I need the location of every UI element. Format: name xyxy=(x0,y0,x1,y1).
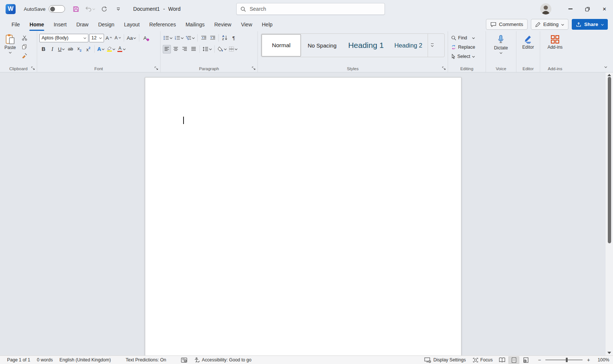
web-layout-button[interactable] xyxy=(520,356,531,364)
styles-dialog-launcher[interactable] xyxy=(441,66,447,71)
zoom-percentage[interactable]: 100% xyxy=(594,357,609,363)
text-highlight-button[interactable] xyxy=(106,45,116,53)
document-page[interactable] xyxy=(145,77,461,355)
close-button[interactable]: ✕ xyxy=(596,0,613,18)
editing-mode-button[interactable]: Editing xyxy=(531,19,568,30)
clear-formatting-button[interactable]: A xyxy=(141,34,149,42)
tab-help[interactable]: Help xyxy=(257,19,278,30)
font-color-button[interactable]: A xyxy=(117,45,126,53)
word-count[interactable]: 0 words xyxy=(33,356,56,364)
borders-button[interactable] xyxy=(228,45,238,53)
paste-button[interactable]: Paste xyxy=(2,33,18,59)
zoom-slider[interactable] xyxy=(545,360,583,360)
minimize-button[interactable] xyxy=(562,0,579,18)
restore-button[interactable] xyxy=(579,0,596,18)
tab-review[interactable]: Review xyxy=(210,19,236,30)
find-dropdown-chevron[interactable] xyxy=(472,36,475,39)
superscript-button[interactable]: x2 xyxy=(84,45,93,53)
numbering-button[interactable] xyxy=(174,34,184,42)
text-predictions-indicator[interactable]: Text Predictions: On xyxy=(122,356,169,364)
zoom-in-button[interactable]: + xyxy=(586,357,591,363)
collapse-ribbon-button[interactable] xyxy=(604,63,607,70)
zoom-slider-thumb[interactable] xyxy=(566,358,568,362)
italic-button[interactable]: I xyxy=(48,45,56,53)
align-center-button[interactable] xyxy=(172,45,180,53)
multilevel-list-button[interactable] xyxy=(185,34,195,42)
bold-button[interactable]: B xyxy=(39,45,48,53)
style-no-spacing[interactable]: No Spacing xyxy=(301,34,343,57)
dictate-button[interactable]: Dictate xyxy=(492,34,510,55)
redo-button[interactable] xyxy=(99,4,110,14)
align-left-button[interactable] xyxy=(163,45,171,53)
decrease-indent-button[interactable] xyxy=(200,34,208,42)
justify-button[interactable] xyxy=(189,45,198,53)
font-size-combo[interactable]: 12 xyxy=(89,34,104,42)
grow-font-button[interactable]: A xyxy=(105,34,113,42)
find-button[interactable]: Find xyxy=(448,34,486,42)
paragraph-dialog-launcher[interactable] xyxy=(251,66,256,71)
align-right-button[interactable] xyxy=(181,45,189,53)
accessibility-status[interactable]: Accessibility: Good to go xyxy=(191,356,254,364)
text-effects-chevron[interactable] xyxy=(101,48,104,51)
subscript-button[interactable]: x2 xyxy=(75,45,84,53)
paste-dropdown-chevron[interactable] xyxy=(9,51,12,54)
font-name-combo[interactable]: Aptos (Body) xyxy=(39,34,88,42)
read-mode-button[interactable] xyxy=(496,356,507,364)
search-input[interactable] xyxy=(250,6,372,12)
increase-indent-button[interactable] xyxy=(208,34,217,42)
zoom-out-button[interactable]: − xyxy=(537,357,542,363)
tab-draw[interactable]: Draw xyxy=(71,19,93,30)
tab-mailings[interactable]: Mailings xyxy=(181,19,209,30)
print-layout-button[interactable] xyxy=(508,356,519,364)
tab-home[interactable]: Home xyxy=(25,19,49,30)
highlight-dropdown-chevron[interactable] xyxy=(112,48,115,51)
clipboard-dialog-launcher[interactable] xyxy=(30,66,36,71)
replace-button[interactable]: Replace xyxy=(448,43,486,51)
scrollbar-thumb[interactable] xyxy=(608,77,611,243)
copy-button[interactable] xyxy=(20,43,29,51)
shrink-font-button[interactable]: A xyxy=(114,34,122,42)
language-indicator[interactable]: English (United Kingdom) xyxy=(56,356,114,364)
select-button[interactable]: Select xyxy=(448,52,486,61)
focus-mode-button[interactable]: Focus xyxy=(469,356,496,364)
styles-gallery-more-button[interactable] xyxy=(428,34,436,57)
tab-view[interactable]: View xyxy=(236,19,257,30)
line-spacing-button[interactable] xyxy=(202,45,213,53)
style-normal[interactable]: Normal xyxy=(262,34,301,56)
shading-button[interactable] xyxy=(217,45,227,53)
scroll-down-button[interactable] xyxy=(606,350,613,355)
tab-file[interactable]: File xyxy=(7,19,25,30)
bullets-button[interactable] xyxy=(163,34,173,42)
save-button[interactable] xyxy=(71,4,81,14)
undo-dropdown-chevron[interactable] xyxy=(92,7,95,10)
change-case-button[interactable]: Aa xyxy=(126,34,137,42)
cut-button[interactable] xyxy=(20,34,29,42)
share-button[interactable]: Share xyxy=(572,19,608,30)
tab-layout[interactable]: Layout xyxy=(119,19,145,30)
autosave-toggle[interactable] xyxy=(49,5,65,13)
font-color-chevron[interactable] xyxy=(123,48,126,51)
sort-button[interactable]: A Z xyxy=(221,34,229,42)
page-indicator[interactable]: Page 1 of 1 xyxy=(4,356,33,364)
font-dialog-launcher[interactable] xyxy=(154,66,159,71)
tab-references[interactable]: References xyxy=(145,19,181,30)
style-heading-2[interactable]: Heading 2 xyxy=(389,34,428,57)
text-effects-button[interactable]: A xyxy=(97,45,105,53)
show-formatting-button[interactable]: ¶ xyxy=(230,34,238,42)
dictate-dropdown-chevron[interactable] xyxy=(499,51,502,54)
addins-button[interactable]: Add-ins xyxy=(545,34,565,51)
vertical-scrollbar[interactable] xyxy=(606,72,613,355)
select-dropdown-chevron[interactable] xyxy=(472,55,475,58)
tab-insert[interactable]: Insert xyxy=(49,19,71,30)
search-box[interactable] xyxy=(236,3,385,15)
undo-button[interactable] xyxy=(85,4,95,14)
underline-dropdown-chevron[interactable] xyxy=(62,48,65,51)
style-heading-1[interactable]: Heading 1 xyxy=(343,34,389,57)
format-painter-button[interactable] xyxy=(20,52,29,59)
editor-button[interactable]: Editor xyxy=(520,34,536,51)
customize-quick-access-button[interactable] xyxy=(113,4,124,14)
tab-design[interactable]: Design xyxy=(93,19,119,30)
display-settings-button[interactable]: Display Settings xyxy=(421,356,469,364)
strikethrough-button[interactable]: ab xyxy=(67,45,75,53)
underline-button[interactable]: U xyxy=(57,45,66,53)
